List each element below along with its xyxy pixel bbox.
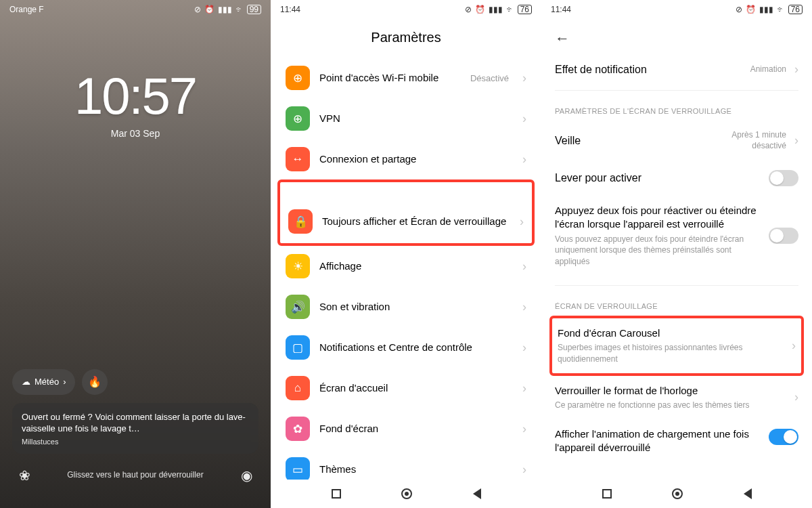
chevron-right-icon: › — [522, 463, 526, 477]
setting-item[interactable]: ⊕Point d'accès Wi-Fi mobileDésactivé› — [280, 58, 532, 98]
chevron-right-icon: › — [522, 152, 526, 167]
nav-home-button[interactable] — [672, 488, 683, 499]
setting-label: Lever pour activer — [555, 172, 761, 184]
setting-label: Point d'accès Wi-Fi mobile — [319, 71, 461, 85]
setting-item[interactable]: ↔Connexion et partage› — [280, 139, 532, 179]
nav-back-button[interactable] — [744, 488, 752, 499]
setting-item[interactable]: ☀Affichage› — [280, 246, 532, 287]
setting-title: Fond d'écran Carousel — [558, 326, 785, 340]
setting-icon: ⊕ — [286, 106, 310, 131]
nav-back-button[interactable] — [473, 488, 481, 499]
setting-description: Vous pouvez appuyer deux fois pour étein… — [555, 234, 762, 268]
setting-item[interactable]: 🔒Toujours afficher et Écran de verrouill… — [283, 201, 529, 242]
setting-item[interactable]: 🔊Son et vibration› — [280, 287, 532, 327]
chevron-right-icon: › — [522, 112, 526, 126]
setting-title: Verrouiller le format de l'horloge — [555, 384, 788, 398]
setting-value: Après 1 minute désactivé — [712, 130, 786, 151]
alarm-icon: ⏰ — [746, 5, 756, 14]
camera-icon: ◉ — [241, 467, 252, 484]
setting-label: Fond d'écran — [319, 422, 513, 436]
toggle-switch[interactable] — [769, 429, 798, 445]
setting-icon: ⌂ — [286, 376, 310, 400]
setting-label: Écran d'accueil — [319, 381, 513, 395]
arrow-left-icon: ← — [555, 30, 570, 47]
chevron-right-icon: › — [522, 381, 526, 396]
setting-label: Effet de notification — [555, 64, 742, 76]
status-icons: ⊘ ⏰ ▮▮▮ ᯤ 76 — [465, 5, 532, 14]
highlight-box: 🔒Toujours afficher et Écran de verrouill… — [277, 179, 535, 246]
divider — [555, 285, 798, 286]
section-header: ÉCRAN DE VERROUILLAGE — [541, 290, 812, 316]
setting-item[interactable]: ⌂Écran d'accueil› — [280, 368, 532, 408]
setting-icon: ▭ — [286, 457, 310, 482]
nav-recents-button[interactable] — [332, 489, 341, 499]
setting-raise-to-wake[interactable]: Lever pour activer — [541, 161, 812, 196]
toggle-switch[interactable] — [769, 170, 798, 186]
toggle-switch[interactable] — [769, 228, 798, 244]
chevron-right-icon: › — [794, 62, 798, 77]
nav-home-button[interactable] — [401, 488, 412, 499]
status-bar: 11:44 ⊘ ⏰ ▮▮▮ ᯤ 76 — [541, 0, 812, 19]
wifi-icon: ᯤ — [506, 5, 514, 14]
wifi-icon: ᯤ — [777, 5, 785, 14]
setting-icon: ⊕ — [286, 66, 310, 90]
setting-notification-effect[interactable]: Effet de notification Animation › — [541, 53, 812, 86]
divider — [555, 90, 798, 91]
nav-bar — [541, 480, 812, 508]
setting-charging-animation[interactable]: Afficher l'animation de chargement une f… — [541, 419, 812, 455]
nav-bar — [271, 480, 541, 508]
nav-recents-button[interactable] — [602, 489, 612, 499]
section-header: PARAMÈTRES DE L'ÉCRAN DE VERROUILLAGE — [541, 95, 812, 121]
setting-label: Veille — [555, 135, 704, 147]
swipe-hint: Glissez vers le haut pour déverrouiller — [37, 470, 234, 481]
notification-source: Millastuces — [22, 438, 249, 446]
wifi-icon: ᯤ — [235, 5, 244, 14]
flame-shortcut[interactable]: 🔥 — [82, 369, 108, 395]
battery-indicator: 76 — [788, 5, 803, 14]
status-icons: ⊘ ⏰ ▮▮▮ ᯤ 76 — [736, 5, 803, 14]
setting-wallpaper-carousel[interactable]: Fond d'écran Carousel Superbes images et… — [552, 318, 801, 373]
status-bar: Orange F ⊘ ⏰ ▮▮▮ ᯤ 99 — [0, 0, 271, 19]
chevron-right-icon: › — [792, 339, 796, 353]
signal-icon: ▮▮▮ — [759, 5, 773, 14]
chevron-right-icon: › — [522, 300, 526, 314]
status-time: 11:44 — [280, 5, 300, 14]
status-bar: 11:44 ⊘ ⏰ ▮▮▮ ᯤ 76 — [271, 0, 541, 19]
setting-item[interactable]: ✿Fond d'écran› — [280, 408, 532, 449]
cloud-icon: ☁ — [22, 377, 30, 387]
flashlight-shortcut[interactable]: ❀ — [12, 463, 37, 488]
signal-icon: ▮▮▮ — [489, 5, 503, 14]
setting-value: Animation — [750, 64, 786, 75]
setting-description: Ce paramètre ne fonctionne pas avec les … — [555, 400, 788, 411]
dnd-icon: ⊘ — [736, 5, 742, 14]
battery-indicator: 76 — [518, 5, 532, 14]
lockscreen-settings-screen: 11:44 ⊘ ⏰ ▮▮▮ ᯤ 76 ← Effet de notificati… — [541, 0, 812, 508]
chevron-right-icon: › — [63, 377, 66, 387]
camera-shortcut[interactable]: ◉ — [234, 463, 258, 488]
highlight-box: Fond d'écran Carousel Superbes images et… — [549, 316, 804, 376]
signal-icon: ▮▮▮ — [218, 5, 232, 14]
setting-lock-clock-format[interactable]: Verrouiller le format de l'horloge Ce pa… — [541, 376, 812, 419]
carrier-label: Orange F — [9, 5, 44, 14]
lock-clock: 10:57 — [14, 66, 257, 125]
settings-screen: 11:44 ⊘ ⏰ ▮▮▮ ᯤ 76 Paramètres ⊕Point d'a… — [271, 0, 541, 508]
chevron-right-icon: › — [522, 71, 526, 85]
settings-list: ⊕Point d'accès Wi-Fi mobileDésactivé›⊕VP… — [271, 58, 541, 490]
setting-title: Appuyez deux fois pour réactiver ou étei… — [555, 204, 762, 232]
setting-item[interactable]: ▢Notifications et Centre de contrôle› — [280, 327, 532, 368]
chevron-right-icon: › — [794, 390, 798, 404]
setting-label: Toujours afficher et Écran de verrouilla… — [322, 215, 510, 228]
notification-card[interactable]: Ouvert ou fermé ? Voici comment laisser … — [12, 403, 258, 454]
weather-pill[interactable]: ☁ Météo › — [12, 369, 75, 395]
status-icons: ⊘ ⏰ ▮▮▮ ᯤ 99 — [194, 5, 261, 14]
setting-title: Afficher l'animation de chargement une f… — [555, 427, 762, 455]
notification-text: Ouvert ou fermé ? Voici comment laisser … — [22, 411, 249, 435]
setting-item[interactable]: ⊕VPN› — [280, 98, 532, 139]
setting-label: Notifications et Centre de contrôle — [319, 341, 513, 354]
back-button[interactable]: ← — [541, 19, 812, 53]
setting-double-tap[interactable]: Appuyez deux fois pour réactiver ou étei… — [541, 196, 812, 276]
lockscreen: Orange F ⊘ ⏰ ▮▮▮ ᯤ 99 10:57 Mar 03 Sep ☁… — [0, 0, 271, 508]
setting-label: VPN — [319, 112, 513, 125]
chevron-right-icon: › — [522, 341, 526, 355]
setting-sleep[interactable]: Veille Après 1 minute désactivé › — [541, 121, 812, 161]
